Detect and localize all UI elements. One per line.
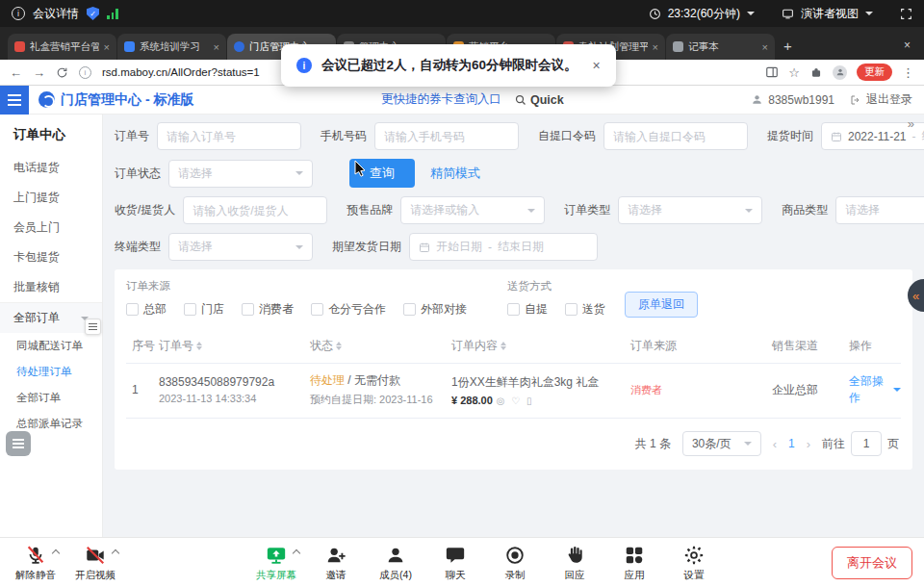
browser-profile-avatar[interactable] bbox=[833, 65, 847, 80]
record-button[interactable]: 录制 bbox=[487, 543, 543, 582]
meeting-info-icon[interactable]: i bbox=[12, 7, 25, 20]
share-screen-button[interactable]: 共享屏幕 bbox=[248, 543, 304, 582]
sidebar-item-door-pickup[interactable]: 上门提货 bbox=[0, 183, 102, 213]
apps-button[interactable]: 应用 bbox=[606, 543, 662, 582]
order-type-select[interactable]: 请选择 bbox=[618, 196, 762, 224]
back-icon[interactable]: ← bbox=[10, 66, 22, 79]
logout-button[interactable]: 退出登录 bbox=[850, 91, 912, 108]
bookmark-star-icon[interactable]: ☆ bbox=[788, 66, 800, 79]
order-status-select[interactable]: 请选择 bbox=[168, 160, 313, 188]
coupon-query-link[interactable]: 更快捷的券卡查询入口 bbox=[381, 91, 501, 108]
tab-close-icon[interactable]: × bbox=[104, 41, 110, 53]
chrome-update-button[interactable]: 更新 bbox=[857, 64, 892, 81]
view-mode-label[interactable]: 演讲者视图 bbox=[801, 6, 859, 22]
tab-close-icon[interactable]: × bbox=[762, 41, 768, 53]
calendar-icon bbox=[419, 242, 430, 253]
collapse-panel-icon[interactable]: » bbox=[908, 116, 914, 131]
checkbox-source-store[interactable]: 门店 bbox=[184, 301, 224, 318]
orders-card: 订单来源 总部 门店 消费者 仓分亏合作 外部对接 送货方式 自提 bbox=[115, 269, 912, 470]
timer-caret-icon[interactable] bbox=[747, 12, 755, 15]
share-options-caret[interactable] bbox=[293, 549, 300, 557]
browser-tab[interactable]: 礼盒营销平台管理中心 × bbox=[8, 34, 116, 60]
checkbox-source-consumer[interactable]: 消费者 bbox=[242, 301, 294, 318]
start-video-button[interactable]: 开启视频 bbox=[67, 543, 123, 582]
unmute-button[interactable]: 解除静音 bbox=[8, 543, 64, 582]
pickup-code-input[interactable] bbox=[613, 130, 738, 143]
col-status[interactable]: 状态 bbox=[310, 338, 451, 354]
extensions-icon[interactable] bbox=[809, 65, 823, 79]
goto-page-input[interactable] bbox=[851, 431, 882, 456]
meeting-timer[interactable]: 23:32(60分钟) bbox=[668, 6, 740, 22]
meeting-title[interactable]: 会议详情 bbox=[33, 6, 79, 22]
tab-close-icon[interactable]: × bbox=[653, 41, 658, 53]
settings-button[interactable]: 设置 bbox=[666, 543, 722, 582]
checkbox-delivery[interactable]: 送货 bbox=[565, 301, 605, 318]
pickup-start-date[interactable]: 2022-11-21 bbox=[848, 130, 907, 143]
quick-menu-button[interactable] bbox=[6, 431, 31, 456]
sidebar-toggle-button[interactable] bbox=[0, 86, 29, 115]
row-action-menu[interactable]: 全部操作 bbox=[849, 373, 901, 406]
row-source-tag: 消费者 bbox=[630, 384, 662, 396]
ship-end-date[interactable]: 结束日期 bbox=[498, 239, 544, 255]
security-shield-icon[interactable]: ✓ bbox=[87, 7, 99, 20]
presale-brand-label: 预售品牌 bbox=[346, 202, 393, 218]
browser-tab[interactable]: 记事本 × bbox=[666, 34, 775, 60]
next-page-icon[interactable]: › bbox=[807, 437, 810, 451]
leave-meeting-button[interactable]: 离开会议 bbox=[832, 547, 912, 579]
presale-brand-select[interactable]: 请选择或输入 bbox=[400, 196, 545, 224]
phone-input[interactable] bbox=[384, 130, 509, 143]
sidebar-item-city-delivery[interactable]: 同城配送订单 bbox=[0, 333, 102, 359]
original-order-return-button[interactable]: 原单退回 bbox=[625, 292, 698, 318]
col-channel: 销售渠道 bbox=[772, 338, 849, 354]
site-info-icon[interactable]: i bbox=[79, 66, 91, 79]
sidebar-item-all-orders[interactable]: 全部订单 bbox=[0, 385, 102, 411]
page-size-value: 30条/页 bbox=[692, 436, 732, 452]
goods-type-select[interactable]: 请选择 bbox=[835, 196, 924, 224]
checkbox-source-external[interactable]: 外部对接 bbox=[403, 301, 467, 318]
checkbox-icon bbox=[242, 303, 254, 316]
members-button[interactable]: 成员(4) bbox=[368, 543, 424, 582]
sidebar-item-pending-orders[interactable]: 待处理订单 bbox=[0, 359, 102, 385]
forward-icon[interactable]: → bbox=[33, 66, 45, 79]
sidebar-item-phone-pickup[interactable]: 电话提货 bbox=[0, 153, 102, 183]
ship-date-range[interactable]: 开始日期 - 结束日期 bbox=[409, 233, 598, 261]
current-page[interactable]: 1 bbox=[788, 437, 795, 450]
quick-search[interactable]: Quick bbox=[515, 93, 564, 107]
browser-close-icon[interactable]: × bbox=[904, 38, 911, 52]
simple-mode-link[interactable]: 精简模式 bbox=[430, 165, 480, 182]
checkbox-source-hq[interactable]: 总部 bbox=[126, 301, 167, 318]
browser-menu-icon[interactable]: ⋮ bbox=[902, 66, 914, 79]
sidebar-resize-handle[interactable] bbox=[85, 319, 101, 335]
col-content[interactable]: 订单内容 bbox=[451, 338, 630, 354]
invite-button[interactable]: 邀请 bbox=[308, 543, 364, 582]
toast-close-icon[interactable]: × bbox=[593, 58, 601, 73]
record-icon bbox=[504, 545, 526, 566]
apps-label: 应用 bbox=[625, 569, 645, 582]
receiver-input[interactable] bbox=[192, 204, 318, 217]
reactions-button[interactable]: 回应 bbox=[547, 543, 603, 582]
side-panel-icon[interactable] bbox=[765, 65, 779, 79]
user-menu[interactable]: 8385wb1991 bbox=[751, 93, 834, 107]
sidebar-item-member-visit[interactable]: 会员上门 bbox=[0, 213, 102, 242]
tab-close-icon[interactable]: × bbox=[214, 41, 219, 53]
new-tab-button[interactable]: + bbox=[783, 38, 792, 54]
checkbox-self-pickup[interactable]: 自提 bbox=[507, 301, 548, 318]
refresh-icon[interactable] bbox=[56, 66, 68, 79]
ship-start-date[interactable]: 开始日期 bbox=[436, 239, 482, 255]
page-size-select[interactable]: 30条/页 bbox=[682, 431, 761, 456]
sidebar-item-cardbag-pickup[interactable]: 卡包提货 bbox=[0, 242, 102, 272]
prev-page-icon[interactable]: ‹ bbox=[773, 437, 777, 451]
checkbox-source-coop[interactable]: 仓分亏合作 bbox=[311, 301, 386, 318]
mic-options-caret[interactable] bbox=[52, 549, 60, 557]
view-mode-caret-icon[interactable] bbox=[865, 12, 873, 15]
fullscreen-icon[interactable] bbox=[900, 8, 912, 20]
sidebar-item-batch-verify[interactable]: 批量核销 bbox=[0, 272, 102, 302]
order-no-input[interactable] bbox=[167, 130, 292, 143]
camera-options-caret[interactable] bbox=[112, 549, 119, 557]
browser-tab[interactable]: 系统培训学习 × bbox=[117, 34, 226, 60]
apps-grid-icon bbox=[624, 545, 645, 566]
chat-button[interactable]: 聊天 bbox=[427, 543, 483, 582]
col-order-no[interactable]: 订单号 bbox=[159, 338, 310, 354]
terminal-type-select[interactable]: 请选择 bbox=[168, 233, 313, 261]
terminal-type-label: 终端类型 bbox=[115, 239, 161, 255]
